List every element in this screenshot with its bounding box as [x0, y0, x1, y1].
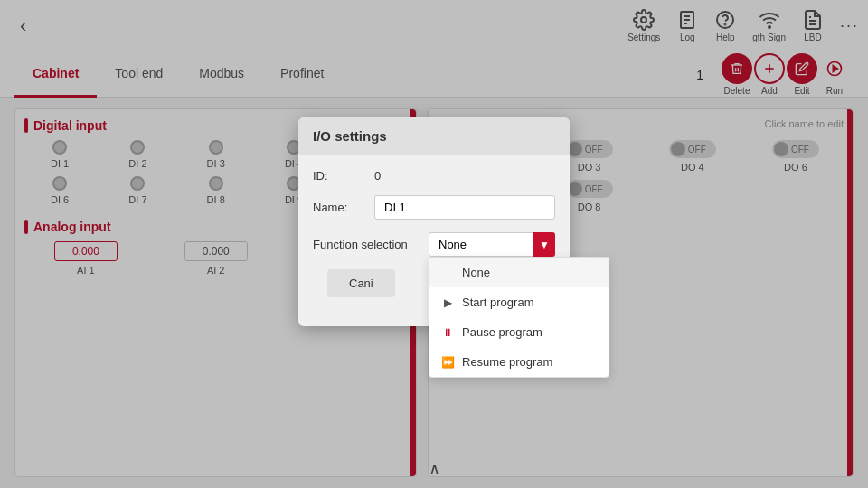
cancel-button[interactable]: Cani — [327, 269, 395, 297]
modal-body: ID: 0 Name: Function selection None Star… — [298, 155, 570, 312]
modal-header: I/O settings — [298, 117, 570, 155]
modal-select-wrapper: None Start program Pause program Resume … — [429, 232, 555, 257]
pause-icon: ⏸ — [440, 326, 455, 339]
function-dropdown: None ▶ Start program ⏸ Pause program ⏩ R… — [429, 257, 609, 378]
modal-id-row: ID: 0 — [313, 169, 555, 183]
modal-name-row: Name: — [313, 195, 555, 220]
modal-function-label: Function selection — [313, 238, 421, 251]
io-settings-modal: I/O settings ID: 0 Name: Function select… — [298, 117, 570, 326]
dropdown-item-none[interactable]: None — [429, 258, 609, 287]
modal-id-label: ID: — [313, 169, 367, 183]
resume-icon: ⏩ — [440, 356, 455, 369]
modal-name-label: Name: — [313, 201, 367, 214]
dropdown-item-pause[interactable]: ⏸ Pause program — [429, 317, 609, 347]
start-icon: ▶ — [440, 296, 455, 309]
dropdown-item-start[interactable]: ▶ Start program — [429, 287, 609, 317]
modal-name-input[interactable] — [374, 195, 555, 220]
modal-select-arrow: ▼ — [533, 232, 555, 257]
modal-id-value: 0 — [374, 169, 381, 183]
dropdown-item-resume[interactable]: ⏩ Resume program — [429, 347, 609, 377]
modal-function-row: Function selection None Start program Pa… — [313, 232, 555, 257]
